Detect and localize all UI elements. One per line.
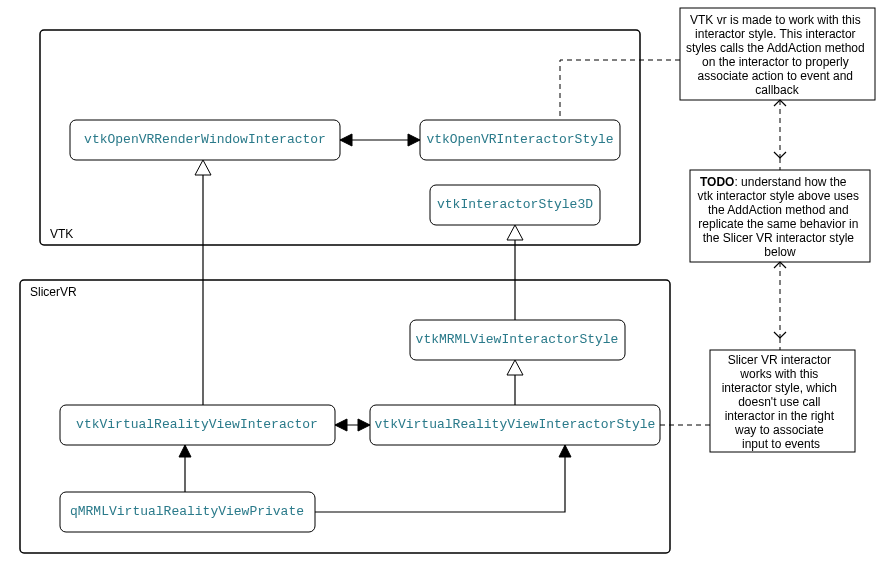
arrowhead-up-4	[559, 445, 571, 457]
arrowhead-right-2	[358, 419, 370, 431]
class-vtk-style-label: vtkOpenVRInteractorStyle	[426, 132, 613, 147]
class-vr-style-label: vtkVirtualRealityViewInteractorStyle	[375, 417, 656, 432]
class-vtk-interactor-label: vtkOpenVRRenderWindowInteractor	[84, 132, 326, 147]
assoc-private-style	[315, 445, 565, 512]
inherit-arrow-2	[507, 225, 523, 240]
inherit-arrow-1	[195, 160, 211, 175]
inherit-arrow-3	[507, 360, 523, 375]
uml-diagram: VTK SlicerVR vtkOpenVRRenderWindowIntera…	[0, 0, 881, 561]
slicervr-label: SlicerVR	[30, 285, 77, 299]
arrowhead-left-1	[340, 134, 352, 146]
arrowhead-up-3	[179, 445, 191, 457]
class-view-private-label: qMRMLVirtualRealityViewPrivate	[70, 504, 304, 519]
arrowhead-right-1	[408, 134, 420, 146]
vtk-label: VTK	[50, 227, 73, 241]
class-vr-interactor-label: vtkVirtualRealityViewInteractor	[76, 417, 318, 432]
class-mrml-style-label: vtkMRMLViewInteractorStyle	[416, 332, 619, 347]
arrowhead-left-2	[335, 419, 347, 431]
class-style3d-label: vtkInteractorStyle3D	[437, 197, 593, 212]
note-anchor-top	[560, 60, 680, 120]
